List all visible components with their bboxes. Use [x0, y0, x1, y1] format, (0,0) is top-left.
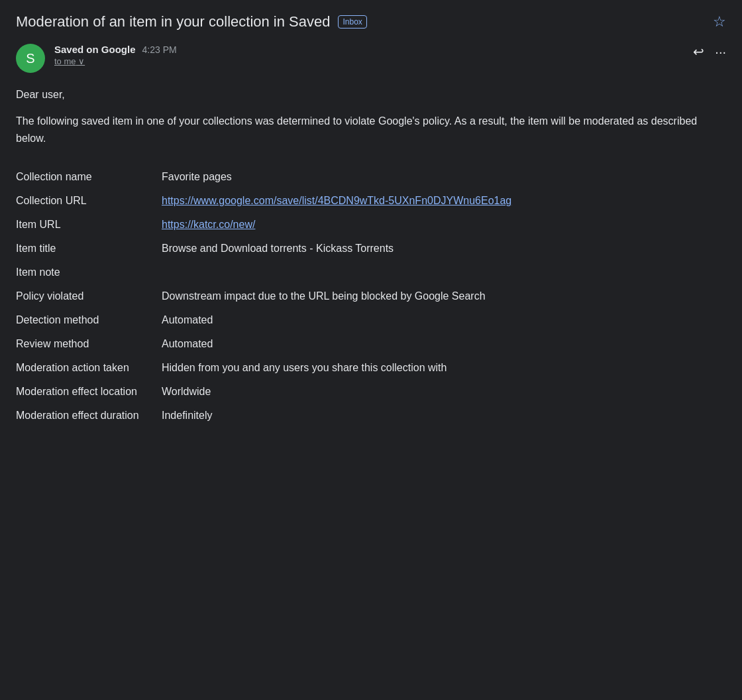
- detail-value: Browse and Download torrents - Kickass T…: [162, 237, 726, 261]
- table-row: Item titleBrowse and Download torrents -…: [16, 237, 726, 261]
- detail-label: Moderation effect location: [16, 380, 162, 404]
- sender-name: Saved on Google: [54, 44, 136, 55]
- detail-label: Policy violated: [16, 284, 162, 308]
- detail-link[interactable]: https://www.google.com/save/list/4BCDN9w…: [162, 195, 511, 206]
- email-container: Moderation of an item in your collection…: [0, 0, 742, 441]
- detail-value: Automated: [162, 332, 726, 356]
- table-row: Detection methodAutomated: [16, 308, 726, 332]
- sender-row: S Saved on Google 4:23 PM to me ∨ ↩ ···: [16, 44, 726, 73]
- detail-value: Downstream impact due to the URL being b…: [162, 284, 726, 308]
- detail-label: Collection URL: [16, 189, 162, 213]
- subject-row: Moderation of an item in your collection…: [16, 13, 726, 30]
- table-row: Collection URLhttps://www.google.com/sav…: [16, 189, 726, 213]
- sender-info: Saved on Google 4:23 PM to me ∨: [54, 44, 177, 66]
- detail-label: Item URL: [16, 213, 162, 237]
- detail-value: Indefinitely: [162, 404, 726, 428]
- detail-value: Automated: [162, 308, 726, 332]
- sender-name-row: Saved on Google 4:23 PM: [54, 44, 177, 55]
- greeting: Dear user,: [16, 89, 726, 101]
- table-row: Item note: [16, 261, 726, 284]
- table-row: Collection nameFavorite pages: [16, 165, 726, 189]
- star-icon[interactable]: ☆: [713, 13, 726, 30]
- sender-left: S Saved on Google 4:23 PM to me ∨: [16, 44, 177, 73]
- send-time: 4:23 PM: [142, 44, 177, 55]
- detail-label: Moderation effect duration: [16, 404, 162, 428]
- details-table: Collection nameFavorite pagesCollection …: [16, 165, 726, 428]
- detail-link[interactable]: https://katcr.co/new/: [162, 219, 255, 230]
- detail-label: Review method: [16, 332, 162, 356]
- table-row: Policy violatedDownstream impact due to …: [16, 284, 726, 308]
- detail-value: Favorite pages: [162, 165, 726, 189]
- detail-value: Worldwide: [162, 380, 726, 404]
- detail-label: Item note: [16, 261, 162, 284]
- intro-text: The following saved item in one of your …: [16, 113, 726, 146]
- email-body: Dear user, The following saved item in o…: [16, 89, 726, 428]
- detail-label: Collection name: [16, 165, 162, 189]
- table-row: Moderation effect locationWorldwide: [16, 380, 726, 404]
- table-row: Moderation action takenHidden from you a…: [16, 356, 726, 380]
- detail-label: Moderation action taken: [16, 356, 162, 380]
- reply-button[interactable]: ↩: [693, 44, 704, 60]
- sender-actions: ↩ ···: [693, 44, 726, 60]
- email-subject: Moderation of an item in your collection…: [16, 13, 330, 30]
- detail-value[interactable]: https://katcr.co/new/: [162, 213, 726, 237]
- detail-value: [162, 261, 726, 284]
- inbox-badge: Inbox: [338, 15, 366, 29]
- avatar: S: [16, 44, 45, 73]
- table-row: Review methodAutomated: [16, 332, 726, 356]
- to-me[interactable]: to me ∨: [54, 56, 177, 66]
- detail-label: Detection method: [16, 308, 162, 332]
- subject-left: Moderation of an item in your collection…: [16, 13, 367, 30]
- detail-value: Hidden from you and any users you share …: [162, 356, 726, 380]
- more-options-button[interactable]: ···: [715, 44, 726, 60]
- table-row: Item URLhttps://katcr.co/new/: [16, 213, 726, 237]
- detail-value[interactable]: https://www.google.com/save/list/4BCDN9w…: [162, 189, 726, 213]
- detail-label: Item title: [16, 237, 162, 261]
- table-row: Moderation effect durationIndefinitely: [16, 404, 726, 428]
